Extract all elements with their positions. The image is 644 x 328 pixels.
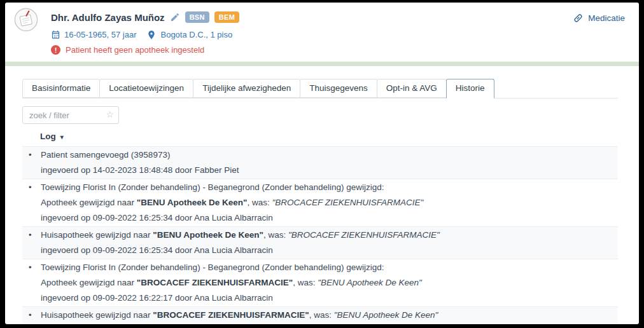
pharmacy-warning: ! Patient heeft geen apotheek ingesteld	[51, 44, 626, 55]
log-line: Patient samengevoegd (3958973)	[41, 147, 618, 163]
log-line: Toewijzing Florist In (Zonder behandelin…	[41, 180, 618, 195]
tab-bar: BasisinformatieLocatietoewijzingenTijdel…	[22, 79, 618, 99]
bullet-icon: •	[29, 180, 32, 195]
log-entry: •Huisapotheek gewijzigd naar "BROCACEF Z…	[22, 306, 618, 324]
patient-summary: Dhr. Adulfo Zayas Muñoz BSN BEM 16-05-19…	[51, 10, 626, 55]
tab-thuisgegevens[interactable]: Thuisgegevens	[300, 79, 377, 98]
tab-opt-in-avg[interactable]: Opt-in & AVG	[377, 79, 447, 98]
location-pin-icon	[146, 30, 157, 40]
search-input[interactable]	[22, 106, 119, 124]
patient-name: Dhr. Adulfo Zayas Muñoz	[51, 12, 165, 23]
log-entry: •Huisapotheek gewijzigd naar "BENU Apoth…	[22, 226, 618, 259]
log-entry-meta: ingevoerd op 09-09-2022 16:22:17 door An…	[41, 290, 618, 306]
app-window: Dhr. Adulfo Zayas Muñoz BSN BEM 16-05-19…	[5, 3, 639, 324]
log-entry: •Patient samengevoegd (3958973)ingevoerd…	[22, 146, 618, 179]
tab-historie[interactable]: Historie	[446, 79, 494, 99]
pill-icon	[573, 13, 584, 24]
medicatie-link[interactable]: Medicatie	[573, 13, 625, 24]
log-dropdown-label: Log	[40, 132, 56, 141]
log-entry: •Toewijzing Florist In (Zonder behandeli…	[22, 259, 618, 306]
tab-tijdelijke-afwezigheden[interactable]: Tijdelijke afwezigheden	[193, 79, 300, 98]
log-line: Toewijzing Florist In (Zonder behandelin…	[41, 260, 618, 275]
medicatie-label: Medicatie	[588, 13, 625, 23]
log-line: Huisapotheek gewijzigd naar "BROCACEF ZI…	[41, 308, 618, 323]
log-entry-meta: ingevoerd op 09-09-2022 16:25:34 door An…	[41, 243, 618, 258]
calendar-icon	[51, 30, 60, 39]
bullet-icon: •	[29, 308, 32, 323]
bullet-icon: •	[29, 228, 32, 243]
warning-text: Patient heeft geen apotheek ingesteld	[66, 45, 204, 55]
log-line: Apotheek gewijzigd naar "BROCACEF ZIEKEN…	[41, 275, 618, 290]
chevron-down-icon: ▾	[60, 133, 64, 140]
bullet-icon: •	[29, 147, 32, 163]
bullet-icon: •	[29, 260, 32, 275]
avatar[interactable]	[14, 8, 38, 32]
log-entry: •Toewijzing Florist In (Zonder behandeli…	[22, 179, 618, 226]
log-entry-meta: ingevoerd op 09-09-2022 16:25:34 door An…	[41, 210, 618, 226]
favorite-star-icon[interactable]: ☆	[106, 109, 114, 120]
log-line: Huisapotheek gewijzigd naar "BENU Apothe…	[41, 228, 618, 243]
tab-basisinformatie[interactable]: Basisinformatie	[22, 79, 100, 98]
patient-info-row: 16-05-1965, 57 jaar Bogota D.C., 1 piso	[51, 29, 626, 40]
log-list: •Patient samengevoegd (3958973)ingevoerd…	[22, 146, 618, 324]
location-text: Bogota D.C., 1 piso	[160, 30, 232, 39]
historie-panel: BasisinformatieLocatietoewijzingenTijdel…	[5, 66, 639, 324]
log-dropdown[interactable]: Log▾	[40, 132, 618, 141]
log-entry-meta: ingevoerd op 09-09-2022 16:22:17 door An…	[41, 323, 618, 324]
bem-badge: BEM	[214, 11, 239, 23]
tab-locatietoewijzingen[interactable]: Locatietoewijzingen	[99, 79, 193, 98]
patient-header: Dhr. Adulfo Zayas Muñoz BSN BEM 16-05-19…	[5, 3, 639, 55]
birthdate-text: 16-05-1965, 57 jaar	[64, 30, 136, 39]
header-separator	[5, 62, 639, 66]
bsn-badge: BSN	[185, 11, 209, 23]
log-entry-meta: ingevoerd op 14-02-2023 18:48:48 door Fa…	[41, 163, 618, 178]
edit-pencil-icon[interactable]	[170, 12, 180, 22]
log-line: Apotheek gewijzigd naar "BENU Apotheek D…	[41, 195, 618, 210]
patient-name-row: Dhr. Adulfo Zayas Muñoz BSN BEM	[51, 10, 626, 24]
filter-box: ☆	[22, 106, 119, 124]
warning-icon: !	[51, 45, 60, 55]
